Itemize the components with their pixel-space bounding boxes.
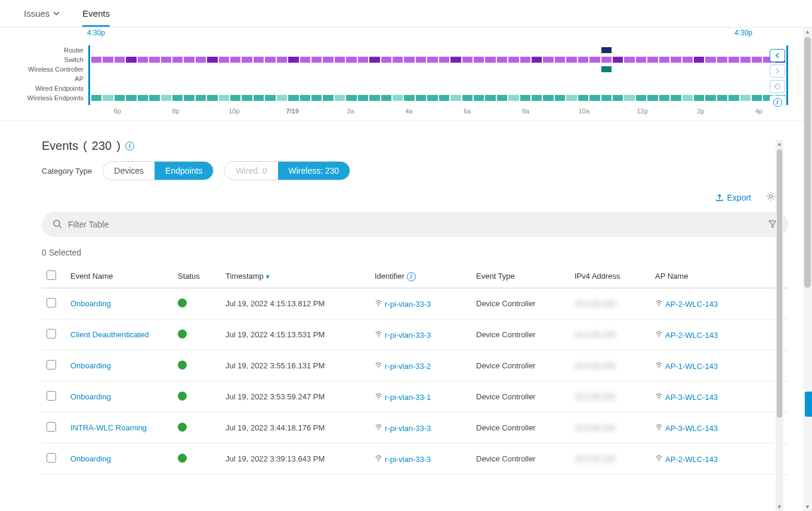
svg-line-2 — [59, 226, 61, 228]
gear-icon[interactable] — [765, 191, 776, 204]
col-ipv4[interactable]: IPv4 Address — [570, 264, 650, 288]
timeline-chart[interactable] — [88, 45, 788, 105]
scroll-down-arrow[interactable]: ▼ — [776, 503, 783, 511]
tab-events[interactable]: Events — [82, 0, 110, 27]
category-pill-group: Devices Endpoints — [103, 161, 214, 180]
timeline-axis-tick: 7/19 — [263, 107, 322, 115]
timeline-refresh-button[interactable] — [770, 80, 785, 93]
row-checkbox[interactable] — [47, 329, 56, 338]
scroll-up-arrow[interactable]: ▲ — [803, 27, 812, 36]
cell-event-type: Device Controller — [471, 381, 570, 413]
ap-name-link[interactable]: AP-2-WLC-143 — [665, 455, 718, 464]
timeline-section: 4:30p 4:30p RouterSwitchWireless Control… — [0, 27, 812, 121]
row-checkbox[interactable] — [47, 298, 56, 307]
cell-event-type: Device Controller — [471, 319, 570, 350]
events-panel: Events (230) i Category Type Devices End… — [0, 121, 812, 475]
wifi-icon — [375, 424, 382, 433]
col-status[interactable]: Status — [173, 264, 221, 288]
pill-wireless[interactable]: Wireless: 230 — [278, 162, 350, 180]
cell-event-type: Device Controller — [471, 444, 570, 475]
outer-scrollbar[interactable]: ▲ ▼ — [803, 27, 812, 511]
ap-name-link[interactable]: AP-2-WLC-143 — [665, 300, 718, 309]
timeline-lane-label: Wireless Controller — [24, 64, 84, 74]
section-title-count: 230 — [92, 139, 112, 153]
timeline-axis: 6p8p10p7/192a4a6a8a10a12p2p4p — [88, 105, 788, 115]
svg-point-8 — [659, 367, 660, 368]
timeline-axis-tick: 8a — [496, 107, 555, 115]
cell-ipv4: 10.0.00.100 — [575, 330, 616, 339]
timeline-lane-label: Wired Endpoints — [24, 84, 84, 93]
col-ap-name[interactable]: AP Name — [650, 264, 788, 288]
timeline-prev-button[interactable] — [770, 49, 785, 62]
status-dot — [178, 423, 187, 432]
timeline-axis-tick: 2p — [672, 107, 730, 115]
event-name-link[interactable]: Onboarding — [70, 299, 111, 308]
identifier-link[interactable]: r-pi-vlan-33-3 — [385, 300, 431, 309]
export-label: Export — [727, 193, 751, 202]
tab-issues-label: Issues — [24, 8, 50, 19]
svg-point-10 — [659, 398, 660, 399]
scroll-thumb[interactable] — [777, 149, 782, 418]
search-input[interactable] — [68, 220, 768, 229]
select-all-checkbox[interactable] — [47, 270, 56, 280]
actions-row: Export — [42, 191, 788, 204]
row-checkbox[interactable] — [47, 422, 56, 432]
timeline-next-button[interactable] — [770, 64, 785, 78]
pill-devices[interactable]: Devices — [103, 162, 155, 180]
col-timestamp[interactable]: Timestamp▼ — [221, 264, 370, 288]
identifier-link[interactable]: r-pi-vlan-33-3 — [385, 424, 431, 433]
filter-row: Category Type Devices Endpoints Wired: 0… — [42, 161, 788, 180]
scroll-down-arrow[interactable]: ▼ — [803, 503, 812, 511]
pill-wired: Wired: 0 — [225, 162, 277, 180]
timeline-axis-tick: 6p — [88, 107, 147, 115]
side-accent-tab[interactable] — [805, 392, 812, 417]
identifier-link[interactable]: r-pi-vlan-33-3 — [385, 455, 431, 464]
timeline-info-icon[interactable]: i — [770, 96, 785, 109]
event-name-link[interactable]: Client Deauthenticated — [70, 330, 149, 339]
export-button[interactable]: Export — [715, 193, 751, 202]
identifier-link[interactable]: r-pi-vlan-33-2 — [385, 362, 431, 371]
svg-point-11 — [378, 429, 379, 430]
timeline-axis-tick: 6a — [439, 107, 497, 115]
row-checkbox[interactable] — [47, 360, 56, 370]
identifier-link[interactable]: r-pi-vlan-33-3 — [385, 331, 431, 340]
tab-issues[interactable]: Issues — [24, 0, 60, 27]
ap-name-link[interactable]: AP-3-WLC-143 — [665, 393, 718, 402]
ap-name-link[interactable]: AP-3-WLC-143 — [665, 424, 718, 433]
table-row: OnboardingJul 19, 2022 3:55:16.131 PMr-p… — [42, 350, 788, 381]
top-tabs: Issues Events — [0, 0, 812, 27]
table-row: OnboardingJul 19, 2022 4:15:13.812 PMr-p… — [42, 288, 788, 319]
inner-scrollbar[interactable]: ▲ ▼ — [776, 140, 783, 511]
event-name-link[interactable]: Onboarding — [70, 392, 111, 401]
chevron-down-icon — [53, 8, 60, 19]
row-checkbox[interactable] — [47, 391, 56, 401]
scroll-up-arrow[interactable]: ▲ — [776, 140, 783, 148]
svg-point-3 — [378, 305, 379, 306]
scroll-thumb[interactable] — [804, 37, 811, 288]
col-event-type[interactable]: Event Type — [471, 264, 570, 288]
wifi-icon — [655, 300, 663, 309]
section-title-prefix: Events — [42, 139, 78, 153]
status-dot — [178, 392, 187, 401]
event-name-link[interactable]: Onboarding — [70, 454, 111, 463]
col-identifier[interactable]: Identifier i — [370, 264, 471, 288]
svg-point-14 — [659, 460, 660, 461]
svg-point-7 — [378, 367, 379, 368]
cell-ipv4: 10.0.00.100 — [575, 423, 616, 432]
event-name-link[interactable]: Onboarding — [70, 361, 111, 370]
cell-timestamp: Jul 19, 2022 4:15:13.531 PM — [221, 319, 370, 350]
ap-name-link[interactable]: AP-2-WLC-143 — [665, 331, 718, 340]
pill-endpoints[interactable]: Endpoints — [155, 162, 213, 180]
info-icon[interactable]: i — [125, 141, 134, 150]
timeline-time-labels: 4:30p 4:30p — [0, 29, 812, 37]
svg-point-9 — [378, 398, 379, 399]
identifier-link[interactable]: r-pi-vlan-33-1 — [385, 393, 431, 402]
event-name-link[interactable]: INTRA-WLC Roaming — [70, 423, 147, 432]
info-icon[interactable]: i — [407, 272, 416, 281]
col-event-name[interactable]: Event Name — [66, 264, 173, 288]
row-checkbox[interactable] — [47, 453, 56, 463]
cell-timestamp: Jul 19, 2022 3:55:16.131 PM — [221, 350, 370, 381]
ap-name-link[interactable]: AP-1-WLC-143 — [665, 362, 718, 371]
cell-ipv4: 10.0.00.100 — [575, 454, 616, 463]
cell-timestamp: Jul 19, 2022 3:53:59.247 PM — [221, 381, 370, 413]
